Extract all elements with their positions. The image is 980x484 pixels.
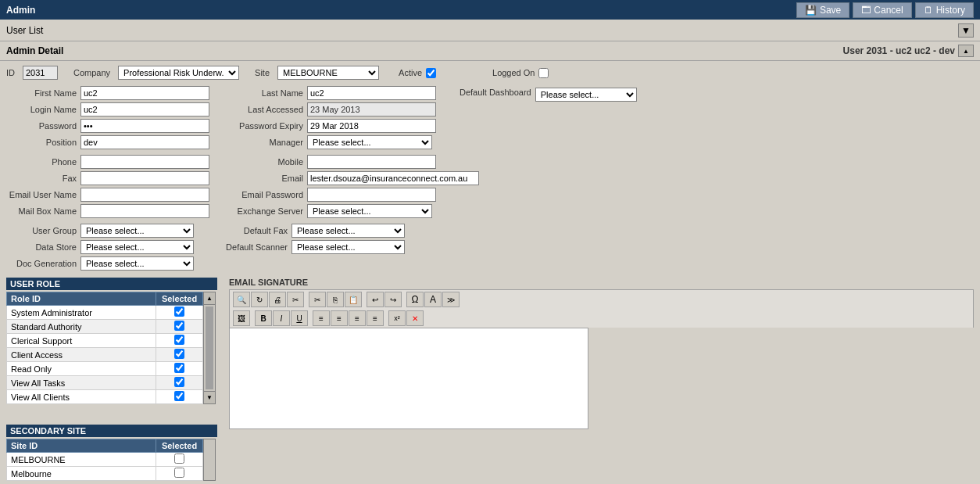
role-scroll-thumb[interactable] xyxy=(206,307,213,389)
role-checkbox[interactable] xyxy=(174,335,184,345)
tb-undo[interactable]: ↩ xyxy=(367,292,384,307)
tb-find[interactable]: 🔍 xyxy=(233,292,250,307)
tb-align-right[interactable]: ≡ xyxy=(349,310,366,326)
phone-row: Phone xyxy=(6,155,209,169)
data-store-select[interactable]: Please select... xyxy=(80,240,194,254)
form-columns-2: Phone Fax Email User Name Mail Box Name … xyxy=(6,155,974,220)
position-input[interactable] xyxy=(80,135,209,149)
email-sig-toolbar-2: 🖼 B I U ≡ ≡ ≡ ≡ x² ✕ xyxy=(229,309,974,328)
role-name: Read Only xyxy=(7,362,156,376)
mobile-input[interactable] xyxy=(307,155,436,169)
tb-align-center[interactable]: ≡ xyxy=(331,310,348,326)
active-checkbox[interactable] xyxy=(426,68,436,78)
tb-omega[interactable]: Ω xyxy=(406,292,424,307)
table-row: System Administrator xyxy=(7,306,203,320)
user-info: User 2031 - uc2 uc2 - dev xyxy=(843,45,955,56)
mail-box-name-input[interactable] xyxy=(80,204,209,218)
site-checkbox[interactable] xyxy=(174,468,184,478)
site-checkbox-cell xyxy=(156,467,203,481)
fax-row: Fax xyxy=(6,171,209,185)
tb-font[interactable]: A xyxy=(424,292,442,307)
password-input[interactable] xyxy=(80,119,209,133)
tb-align-left[interactable]: ≡ xyxy=(313,310,330,326)
tb-superscript[interactable]: x² xyxy=(388,310,406,326)
fax-input[interactable] xyxy=(80,171,209,185)
role-checkbox[interactable] xyxy=(174,363,184,373)
exchange-server-select[interactable]: Please select... xyxy=(307,204,432,218)
role-checkbox-cell xyxy=(156,320,203,334)
password-expiry-input[interactable] xyxy=(307,119,436,133)
default-fax-select[interactable]: Please select... xyxy=(291,224,405,238)
tb-justify[interactable]: ≡ xyxy=(367,310,384,326)
site-checkbox-cell xyxy=(156,453,203,467)
exchange-server-row: Exchange Server Please select... xyxy=(233,204,479,218)
tb-image[interactable]: 🖼 xyxy=(233,310,250,326)
role-name: Client Access xyxy=(7,348,156,362)
user-group-select[interactable]: Please select... xyxy=(80,224,194,238)
site-select[interactable]: MELBOURNE xyxy=(277,66,379,80)
role-scrollbar[interactable]: ▲ ▼ xyxy=(203,292,216,404)
data-store-row: Data Store Please select... xyxy=(6,240,194,254)
id-input[interactable] xyxy=(23,66,58,80)
tb-underline[interactable]: U xyxy=(291,310,308,326)
first-name-label: First Name xyxy=(6,88,77,98)
site-checkbox[interactable] xyxy=(174,454,184,464)
role-scroll-down[interactable]: ▼ xyxy=(204,391,215,403)
dashboard-col: Default Dashboard Please select... xyxy=(460,86,637,152)
role-checkbox[interactable] xyxy=(174,321,184,331)
doc-gen-select[interactable]: Please select... xyxy=(80,256,194,271)
role-checkbox-cell xyxy=(156,362,203,376)
bottom-section: USER ROLE Role ID Selected System Admini… xyxy=(6,278,974,481)
login-name-input[interactable] xyxy=(80,102,209,117)
tb-bold[interactable]: B xyxy=(255,310,272,326)
tb-print[interactable]: 🖨 xyxy=(269,292,286,307)
tb-cut2[interactable]: ✂ xyxy=(309,292,326,307)
tb-more[interactable]: ≫ xyxy=(442,292,460,307)
data-store-label: Data Store xyxy=(6,242,77,252)
logged-on-checkbox[interactable] xyxy=(538,68,549,78)
role-checkbox[interactable] xyxy=(174,307,184,317)
last-name-row: Last Name xyxy=(233,86,436,100)
default-fax-row: Default Fax Please select... xyxy=(217,224,405,238)
first-name-input[interactable] xyxy=(80,86,209,100)
last-accessed-label: Last Accessed xyxy=(233,105,303,114)
last-name-input[interactable] xyxy=(307,86,436,100)
manager-select[interactable]: Please select... xyxy=(307,135,432,149)
fax-label: Fax xyxy=(6,174,77,183)
user-list-dropdown[interactable]: ▼ xyxy=(958,23,974,38)
tb-copy[interactable]: ⎘ xyxy=(327,292,344,307)
default-fax-label: Default Fax xyxy=(217,226,288,235)
cancel-button[interactable]: 🗔 Cancel xyxy=(853,2,911,18)
doc-gen-row: Doc Generation Please select... xyxy=(6,256,194,271)
default-scanner-select[interactable]: Please select... xyxy=(291,240,405,254)
role-table-container: Role ID Selected System Administrator St… xyxy=(6,292,217,421)
tb-refresh[interactable]: ↻ xyxy=(251,292,268,307)
role-checkbox[interactable] xyxy=(174,391,184,401)
site-name: MELBOURNE xyxy=(7,453,156,467)
company-select[interactable]: Professional Risk Underw... xyxy=(118,66,239,80)
email-user-name-row: Email User Name xyxy=(6,188,209,202)
tb-delete[interactable]: ✕ xyxy=(406,310,424,326)
role-checkbox-cell xyxy=(156,306,203,320)
tb-italic[interactable]: I xyxy=(273,310,290,326)
email-password-input[interactable] xyxy=(307,188,436,202)
role-checkbox[interactable] xyxy=(174,349,184,359)
email-input[interactable] xyxy=(307,171,479,185)
user-group-row: User Group Please select... xyxy=(6,224,194,238)
role-name: View All Clients xyxy=(7,390,156,404)
tb-paste[interactable]: 📋 xyxy=(345,292,362,307)
admin-detail-scroll-up[interactable]: ▲ xyxy=(958,45,974,57)
role-scroll-up[interactable]: ▲ xyxy=(204,292,215,305)
tb-redo[interactable]: ↪ xyxy=(384,292,402,307)
phone-input[interactable] xyxy=(80,155,209,169)
default-dashboard-select[interactable]: Please select... xyxy=(535,88,637,102)
tb-cut[interactable]: ✂ xyxy=(287,292,304,307)
role-name: Clerical Support xyxy=(7,334,156,348)
password-expiry-row: Password Expiry xyxy=(233,119,436,133)
save-button[interactable]: 💾 Save xyxy=(796,2,849,18)
site-scrollbar[interactable] xyxy=(203,439,216,481)
email-sig-editor[interactable] xyxy=(229,328,588,429)
role-checkbox[interactable] xyxy=(174,377,184,387)
history-button[interactable]: 🗒 History xyxy=(915,2,974,18)
email-user-name-input[interactable] xyxy=(80,188,209,202)
